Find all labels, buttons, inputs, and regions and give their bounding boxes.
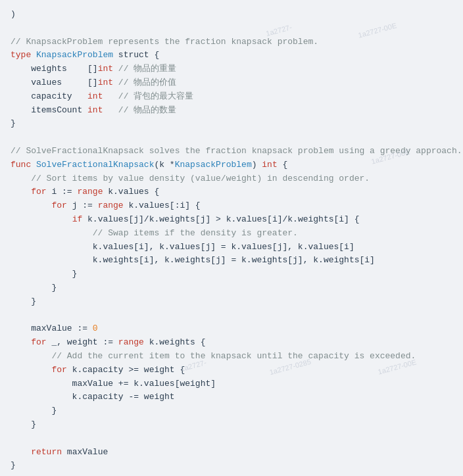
code-line: } <box>11 268 452 281</box>
code-token: return <box>31 447 62 457</box>
code-token: j := <box>67 201 98 210</box>
code-token: k.capacity >= weight { <box>67 365 185 375</box>
code-token: range <box>98 201 124 210</box>
code-line: weights []int // 物品的重量 <box>11 62 452 76</box>
code-token <box>11 214 72 224</box>
code-token: k.capacity -= weight <box>11 392 175 402</box>
code-line: } <box>11 418 452 432</box>
code-token: k.values { <box>103 187 159 197</box>
code-token: _, weight := <box>47 337 118 347</box>
code-token: SolveFractionalKnapsack <box>36 160 154 170</box>
code-token: range <box>118 337 144 347</box>
code-line <box>11 22 452 36</box>
code-token: for <box>31 337 46 347</box>
code-line: // Sort items by value density (value/we… <box>11 172 452 186</box>
code-token <box>11 187 31 197</box>
code-token: k.weights { <box>144 337 206 347</box>
code-container: ) // KnapsackProblem represents the frac… <box>0 0 463 476</box>
code-token: weights [] <box>11 64 98 74</box>
code-line: // Add the current item to the knapsack … <box>11 350 452 364</box>
code-token: capacity <box>11 91 87 101</box>
code-block: ) // KnapsackProblem represents the frac… <box>11 8 452 476</box>
code-line: return maxValue <box>11 446 452 460</box>
code-token: maxValue <box>62 447 108 457</box>
code-line: itemsCount int // 物品的数量 <box>11 104 452 118</box>
code-token <box>11 201 51 210</box>
code-token: // KnapsackProblem represents the fracti… <box>11 37 318 47</box>
code-token: itemsCount <box>11 105 87 115</box>
code-token: struct { <box>113 50 159 60</box>
code-line: k.weights[i], k.weights[j] = k.weights[j… <box>11 254 452 268</box>
code-line: for k.capacity >= weight { <box>11 364 452 377</box>
code-token: i := <box>47 187 78 197</box>
code-token: // Add the current item to the knapsack … <box>11 351 416 361</box>
code-line <box>11 432 452 446</box>
code-line: // KnapsackProblem represents the fracti… <box>11 36 452 49</box>
code-token: KnapsackProblem <box>175 160 252 170</box>
code-token: int <box>98 64 113 74</box>
code-token: } <box>11 460 16 470</box>
code-token: int <box>262 160 277 170</box>
code-token: for <box>31 187 46 197</box>
code-line: // Swap items if the density is greater. <box>11 227 452 241</box>
code-line: k.capacity -= weight <box>11 391 452 404</box>
code-token: if <box>72 214 83 224</box>
code-line: maxValue := 0 <box>11 322 452 336</box>
code-line <box>11 309 452 323</box>
code-token: func <box>11 160 36 170</box>
code-line: } <box>11 281 452 295</box>
code-line: for _, weight := range k.weights { <box>11 336 452 350</box>
code-token: type <box>11 50 36 60</box>
code-line: } <box>11 295 452 309</box>
code-line: type KnapsackProblem struct { <box>11 49 452 62</box>
code-token: ) <box>11 9 16 19</box>
code-token <box>11 337 31 347</box>
code-token: // Sort items by value density (value/we… <box>11 174 370 183</box>
code-token: k.weights[i], k.weights[j] = k.weights[j… <box>11 255 375 265</box>
code-token: } <box>11 283 57 293</box>
code-token: } <box>11 297 36 306</box>
code-line: ) <box>11 8 452 22</box>
code-token: // 背包的最大容量 <box>103 91 193 101</box>
code-token: int <box>98 78 113 87</box>
code-token <box>11 447 31 457</box>
code-line: for j := range k.values[:i] { <box>11 199 452 213</box>
code-token: } <box>11 269 77 279</box>
code-token: } <box>11 419 36 429</box>
code-token: values [] <box>11 78 98 87</box>
code-line: k.values[i], k.values[j] = k.values[j], … <box>11 241 452 254</box>
code-line: values []int // 物品的价值 <box>11 76 452 90</box>
code-token: int <box>87 91 103 101</box>
code-token: int <box>87 105 103 115</box>
code-token: range <box>77 187 103 197</box>
code-token: // 物品的数量 <box>103 105 176 115</box>
code-line: } <box>11 117 452 131</box>
code-token: ) <box>252 160 262 170</box>
code-token: // 物品的价值 <box>113 78 176 87</box>
code-line: capacity int // 背包的最大容量 <box>11 90 452 104</box>
code-token: k.values[:i] { <box>124 201 201 210</box>
code-line: func SolveFractionalKnapsack(k *Knapsack… <box>11 158 452 172</box>
code-token: (k * <box>154 160 174 170</box>
code-token: maxValue := <box>11 323 93 333</box>
code-line: // SolveFractionalKnapsack solves the fr… <box>11 145 452 158</box>
code-line: for i := range k.values { <box>11 185 452 199</box>
code-line <box>11 473 452 476</box>
code-token <box>11 365 51 375</box>
code-token: for <box>51 365 66 375</box>
code-token: // 物品的重量 <box>113 64 176 74</box>
code-line <box>11 131 452 145</box>
code-token: { <box>278 160 288 170</box>
code-line: maxValue += k.values[weight] <box>11 377 452 391</box>
code-token: // SolveFractionalKnapsack solves the fr… <box>11 146 462 156</box>
code-token: // Swap items if the density is greater. <box>11 228 298 238</box>
code-token: KnapsackProblem <box>36 50 113 60</box>
code-line: if k.values[j]/k.weights[j] > k.values[i… <box>11 213 452 227</box>
code-token: k.values[j]/k.weights[j] > k.values[i]/k… <box>82 214 359 224</box>
code-token: k.values[i], k.values[j] = k.values[j], … <box>11 242 354 252</box>
code-token: } <box>11 406 57 416</box>
code-line: } <box>11 404 452 418</box>
code-token: } <box>11 118 16 128</box>
code-token: maxValue += k.values[weight] <box>11 379 216 389</box>
code-line: } <box>11 459 452 473</box>
